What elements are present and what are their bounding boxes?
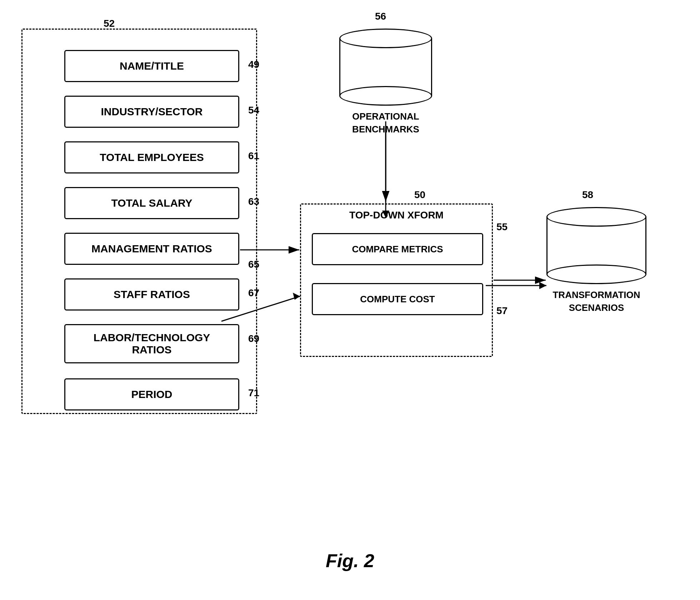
svg-marker-3 [293, 293, 300, 300]
ref-label-65: 65 [248, 259, 259, 270]
transformation-scenarios-cylinder: 58 TRANSFORMATIONSCENARIOS [546, 207, 646, 314]
ref-label-69: 69 [248, 333, 259, 344]
ref-label-67: 67 [248, 287, 259, 299]
operational-benchmarks-label: OPERATIONALBENCHMARKS [339, 110, 432, 136]
top-down-xform-box: TOP-DOWN XFORM COMPARE METRICS COMPUTE C… [300, 203, 493, 357]
ref-label-56: 56 [375, 11, 386, 22]
ref-label-54: 54 [248, 105, 259, 116]
ref-label-52: 52 [104, 18, 115, 29]
operational-benchmarks-cylinder: 56 OPERATIONALBENCHMARKS [339, 29, 432, 136]
transformation-scenarios-label: TRANSFORMATIONSCENARIOS [546, 288, 646, 314]
labor-technology-ratios-box: LABOR/TECHNOLOGYRATIOS [64, 324, 239, 363]
ref-label-58: 58 [582, 189, 593, 201]
figure-caption: Fig. 2 [326, 550, 374, 571]
ref-label-50: 50 [414, 189, 425, 201]
ref-label-61: 61 [248, 150, 259, 162]
compare-metrics-box: COMPARE METRICS [312, 233, 483, 265]
compute-cost-box: COMPUTE COST [312, 283, 483, 315]
staff-ratios-box: STAFF RATIOS [64, 278, 239, 311]
name-title-box: NAME/TITLE [64, 50, 239, 82]
ref-label-57: 57 [496, 305, 508, 317]
ref-label-49: 49 [248, 59, 259, 70]
total-employees-box: TOTAL EMPLOYEES [64, 141, 239, 173]
top-down-xform-title: TOP-DOWN XFORM [301, 210, 492, 221]
management-ratios-box: MANAGEMENT RATIOS [64, 233, 239, 265]
svg-marker-5 [539, 282, 546, 289]
ref-label-55: 55 [496, 221, 508, 233]
industry-sector-box: INDUSTRY/SECTOR [64, 96, 239, 128]
period-box: PERIOD [64, 378, 239, 410]
total-salary-box: TOTAL SALARY [64, 187, 239, 219]
ref-label-63: 63 [248, 196, 259, 207]
ref-label-71: 71 [248, 387, 259, 399]
